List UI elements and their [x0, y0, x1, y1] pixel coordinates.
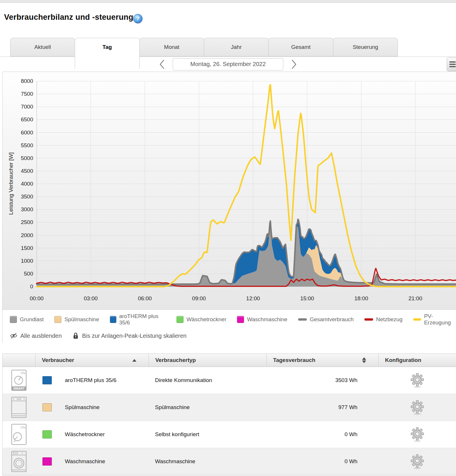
tab-label: Monat: [164, 44, 179, 50]
gear-icon[interactable]: [410, 454, 425, 469]
consumer-type: Selbst konfiguriert: [149, 421, 266, 448]
legend-marker: [237, 316, 244, 323]
y-tick-label: 7000: [4, 104, 33, 110]
y-tick-label: 5500: [4, 142, 33, 149]
daily-consumption: 0 Wh: [266, 421, 378, 448]
legend-item-sp-lmaschine[interactable]: Spülmaschine: [54, 316, 99, 323]
legend-label: Wäschetrockner: [186, 316, 226, 323]
y-tick-label: 2000: [4, 232, 33, 239]
legend-item-arotherm-plus-35-6[interactable]: aroTHERM plus 35/6: [110, 313, 166, 326]
hide-all-toggle[interactable]: Alle ausblenden: [10, 332, 62, 340]
legend-item-w-schetrockner[interactable]: Wäschetrockner: [177, 316, 226, 323]
chart-controls: Alle ausblenden Bis zur Anlagen-Peak-Lei…: [3, 329, 456, 343]
legend-marker: [54, 316, 61, 323]
legend-item-grundlast[interactable]: Grundlast: [10, 316, 44, 323]
y-tick-label: 2500: [4, 219, 33, 225]
chart-panel: Leistung Verbraucher [W] 050010001500200…: [2, 72, 456, 343]
heatpump-smart-icon: [3, 367, 35, 394]
column-verbrauchertyp[interactable]: Verbrauchertyp: [149, 354, 266, 367]
chart-zone: Leistung Verbraucher [W] 050010001500200…: [3, 72, 456, 310]
series-color-swatch: [42, 403, 52, 411]
chart-legend: GrundlastSpülmaschinearoTHERM plus 35/6W…: [3, 310, 456, 329]
y-tick-label: 4500: [4, 168, 33, 174]
tab-aktuell[interactable]: Aktuell: [10, 38, 75, 56]
tab-label: Steuerung: [353, 44, 378, 50]
consumer-name: aroTHERM plus 35/6: [65, 377, 116, 383]
series-color-swatch: [42, 376, 52, 384]
washer-icon: [3, 448, 35, 475]
hide-all-label: Alle ausblenden: [20, 333, 62, 339]
y-tick-label: 500: [4, 271, 33, 277]
column-icon: [3, 354, 35, 367]
consumer-type: Waschmaschine: [149, 448, 266, 475]
tab-steuerung[interactable]: Steuerung: [333, 38, 398, 56]
x-tick-label: 00:00: [24, 295, 50, 302]
y-tick-label: 7500: [4, 91, 33, 97]
peak-scale-toggle[interactable]: Bis zur Anlagen-Peak-Leistung skalieren: [72, 332, 186, 340]
legend-label: Spülmaschine: [64, 316, 99, 323]
help-icon[interactable]: ?: [133, 14, 142, 23]
column-verbraucher[interactable]: Verbraucher: [35, 354, 149, 367]
lock-icon: [72, 332, 79, 340]
tab-label: Aktuell: [34, 44, 51, 50]
legend-label: Waschmaschine: [247, 316, 287, 323]
chart-plot[interactable]: [37, 81, 456, 287]
legend-marker: [298, 318, 307, 321]
y-tick-label: 1000: [4, 258, 33, 264]
gear-icon[interactable]: [410, 399, 425, 415]
legend-marker: [10, 316, 17, 323]
legend-marker: [110, 316, 116, 323]
consumer-table: Verbraucher Verbrauchertyp Tagesverbrauc…: [2, 354, 456, 475]
daily-consumption: 0 Wh: [266, 448, 378, 475]
x-tick-label: 03:00: [78, 295, 104, 302]
daily-consumption: 977 Wh: [266, 394, 378, 421]
legend-item-netzbezug[interactable]: Netzbezug: [364, 316, 402, 323]
series-color-swatch: [42, 430, 52, 438]
x-tick-label: 21:00: [402, 295, 428, 302]
legend-marker: [177, 316, 184, 323]
x-tick-label: 06:00: [132, 295, 158, 302]
y-tick-label: 0: [4, 283, 33, 290]
tab-label: Gesamt: [291, 44, 311, 50]
table-row: Wäschetrockner Selbst konfiguriert 0 Wh: [3, 421, 456, 448]
y-tick-label: 4000: [4, 181, 33, 187]
x-tick-label: 12:00: [240, 295, 266, 302]
chart-menu-button[interactable]: [447, 57, 456, 71]
table-row: Waschmaschine Waschmaschine 0 Wh: [3, 448, 456, 475]
tab-monat[interactable]: Monat: [139, 38, 204, 56]
dryer-smart-icon: [3, 421, 35, 448]
x-tick-label: 15:00: [294, 295, 320, 302]
tab-tag[interactable]: Tag: [75, 38, 140, 69]
menu-icon: [449, 61, 456, 63]
sort-both-icon: [362, 357, 366, 363]
sort-asc-icon: [132, 359, 136, 362]
legend-item-gesamtverbrauch[interactable]: Gesamtverbrauch: [298, 316, 354, 323]
y-tick-label: 3500: [4, 193, 33, 200]
legend-label: Netzbezug: [376, 316, 402, 323]
legend-label: Gesamtverbrauch: [310, 316, 354, 323]
legend-label: PV-Erzeugung: [424, 313, 456, 326]
daily-consumption: 3503 Wh: [266, 367, 378, 394]
column-tagesverbrauch[interactable]: Tagesverbrauch: [266, 354, 378, 367]
tab-gesamt[interactable]: Gesamt: [268, 38, 333, 56]
gear-icon[interactable]: [410, 372, 425, 388]
legend-marker: [413, 318, 421, 321]
tab-label: Tag: [102, 44, 112, 50]
y-tick-label: 3000: [4, 206, 33, 213]
legend-item-pv-erzeugung[interactable]: PV-Erzeugung: [413, 313, 456, 326]
column-konfiguration: Konfiguration: [378, 354, 456, 367]
table-row: Spülmaschine Spülmaschine 977 Wh: [3, 394, 456, 421]
consumer-name: Wäschetrockner: [65, 431, 105, 438]
legend-label: Grundlast: [20, 316, 44, 323]
page-title: Verbraucherbilanz und -steuerung: [4, 13, 133, 22]
tab-jahr[interactable]: Jahr: [204, 38, 269, 56]
consumer-name: Spülmaschine: [65, 404, 99, 411]
legend-item-waschmaschine[interactable]: Waschmaschine: [237, 316, 287, 323]
legend-label: aroTHERM plus 35/6: [119, 313, 166, 326]
tabbar: Aktuell Tag Monat Jahr Gesamt Steuerung: [10, 38, 398, 69]
tab-label: Jahr: [231, 44, 242, 50]
x-tick-label: 09:00: [186, 295, 212, 302]
gear-icon[interactable]: [410, 427, 425, 442]
y-tick-label: 5000: [4, 155, 33, 161]
table-row: aroTHERM plus 35/6 Direkte Kommunikation…: [3, 367, 456, 394]
